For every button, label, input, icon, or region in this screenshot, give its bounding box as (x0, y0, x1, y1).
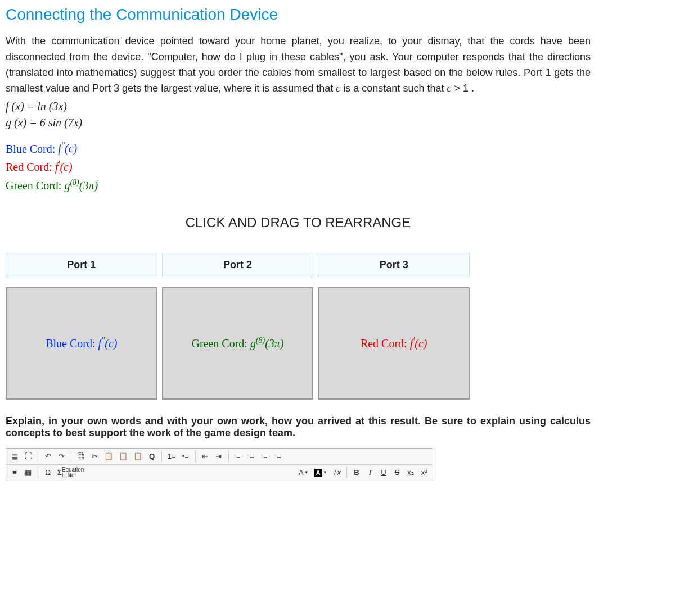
intro-paragraph: With the communication device pointed to… (6, 34, 591, 97)
unordered-list-button[interactable]: •≡ (179, 450, 192, 463)
separator-icon (195, 451, 196, 462)
drop-slots-row: Blue Cord: f′′(c) Green Cord: g(8)(3π) R… (6, 287, 470, 400)
rte-toolbar-row-2: ≡ ▦ Ω Σ Equation Editor A▼ A▼ Tx B I U S… (6, 465, 433, 481)
port-1-label: Port 1 (6, 253, 158, 277)
drag-instruction: CLICK AND DRAG TO REARRANGE (6, 215, 591, 230)
chevron-down-icon: ▼ (304, 470, 309, 475)
intro-var-c2: c (447, 83, 451, 94)
paste-button[interactable]: 📋 (102, 450, 115, 463)
align-right-button[interactable]: ≡ (259, 450, 272, 463)
source-button[interactable]: ▤ (8, 450, 21, 463)
port-3-label: Port 3 (318, 253, 470, 277)
clear-format-button[interactable]: Tx (331, 466, 343, 479)
align-left-button[interactable]: ≡ (232, 450, 245, 463)
separator-icon (228, 451, 229, 462)
drop-slot-3[interactable]: Red Cord: f′(c) (318, 287, 470, 400)
function-definitions: f (x) = ln (3x) g (x) = 6 sin (7x) (6, 100, 669, 129)
separator-icon (38, 451, 38, 462)
function-f: f (x) = ln (3x) (6, 100, 669, 113)
function-g: g (x) = 6 sin (7x) (6, 116, 669, 129)
paste-word-button[interactable]: 📋 (131, 450, 145, 463)
align-center-button[interactable]: ≡ (246, 450, 258, 463)
cord-red: Red Cord: f′(c) (6, 160, 669, 174)
slot-2-label: Green Cord: (191, 337, 250, 350)
slot-3-label: Red Cord: (361, 337, 410, 350)
cord-blue-label: Blue Cord: (6, 142, 58, 155)
ports-header-row: Port 1 Port 2 Port 3 (6, 253, 470, 277)
intro-text-a: With the communication device pointed to… (6, 35, 591, 94)
cord-definitions: Blue Cord: f′′(c) Red Cord: f′(c) Green … (6, 142, 669, 192)
find-button[interactable]: Q (146, 450, 158, 463)
menu-button[interactable]: ≡ (8, 466, 21, 479)
text-color-button[interactable]: A▼ (296, 466, 311, 479)
rte-toolbar-row-1: ▤ ⛶ ↶ ↷ ⿻ ✂ 📋 📋 📋 Q 1≡ •≡ ⇤ ⇥ ≡ ≡ ≡ ≡ (6, 449, 433, 465)
slot-1-label: Blue Cord: (46, 337, 98, 350)
cord-green-label: Green Cord: (6, 179, 64, 192)
cord-red-label: Red Cord: (6, 161, 55, 173)
intro-text-c: . (471, 83, 474, 94)
strike-button[interactable]: S (391, 466, 403, 479)
separator-icon (71, 451, 71, 462)
special-char-button[interactable]: Ω (42, 466, 54, 479)
cord-blue: Blue Cord: f′′(c) (6, 142, 669, 156)
port-2-label: Port 2 (162, 253, 314, 277)
cut-button[interactable]: ✂ (88, 450, 101, 463)
ordered-list-button[interactable]: 1≡ (165, 450, 178, 463)
subscript-button[interactable]: x₂ (404, 466, 417, 479)
table-button[interactable]: ▦ (22, 466, 34, 479)
align-justify-button[interactable]: ≡ (273, 450, 285, 463)
italic-button[interactable]: I (364, 466, 376, 479)
drop-slot-2[interactable]: Green Cord: g(8)(3π) (162, 287, 314, 400)
bg-color-button[interactable]: A▼ (312, 466, 330, 479)
redo-button[interactable]: ↷ (55, 450, 68, 463)
chevron-down-icon: ▼ (323, 470, 327, 475)
intro-text-b: is a constant such that (343, 83, 447, 94)
cord-green: Green Cord: g(8)(3π) (6, 178, 669, 192)
indent-button[interactable]: ⇥ (213, 450, 225, 463)
drop-slot-1[interactable]: Blue Cord: f′′(c) (6, 287, 158, 400)
separator-icon (161, 451, 162, 462)
outdent-button[interactable]: ⇤ (199, 450, 212, 463)
equation-editor-button[interactable]: Σ Equation Editor (55, 466, 86, 479)
separator-icon (346, 467, 347, 478)
intro-gt: > 1 (454, 83, 469, 94)
underline-button[interactable]: U (377, 466, 390, 479)
explain-prompt: Explain, in your own words and with your… (6, 415, 591, 439)
separator-icon (38, 467, 38, 478)
copy-button[interactable]: ⿻ (75, 450, 87, 463)
superscript-button[interactable]: x² (418, 466, 430, 479)
bold-button[interactable]: B (350, 466, 363, 479)
rich-text-editor: ▤ ⛶ ↶ ↷ ⿻ ✂ 📋 📋 📋 Q 1≡ •≡ ⇤ ⇥ ≡ ≡ ≡ ≡ ≡ … (6, 448, 433, 481)
undo-button[interactable]: ↶ (42, 450, 54, 463)
page-title: Connecting the Communication Device (6, 6, 669, 24)
fullscreen-button[interactable]: ⛶ (22, 450, 34, 463)
paste-text-button[interactable]: 📋 (116, 450, 130, 463)
intro-var-c1: c (336, 83, 340, 94)
